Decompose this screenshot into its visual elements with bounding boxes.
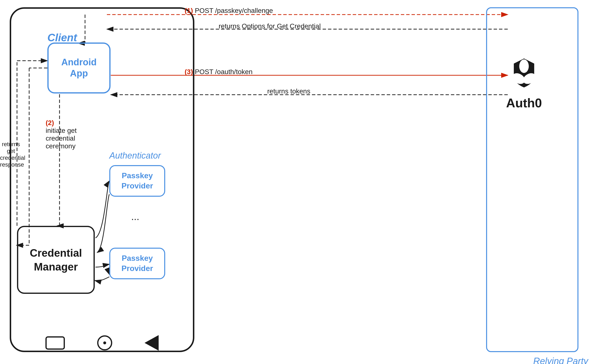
arrow-number-1: (1) — [185, 7, 193, 14]
arrow-label-returns-tokens: returns tokens — [267, 87, 310, 95]
nav-icon-dot — [103, 341, 106, 344]
passkey-provider-text-1: PasskeyProvider — [121, 171, 153, 191]
nav-icon-rectangle — [45, 336, 65, 350]
auth0-text: Auth0 — [506, 96, 542, 110]
credential-manager-text: CredentialManager — [30, 246, 82, 274]
passkey-provider-box-2: PasskeyProvider — [109, 248, 165, 279]
arrow-label-1: (1) POST /passkey/challenge — [185, 7, 273, 15]
phone-nav-bar — [10, 335, 194, 351]
nav-icon-circle — [97, 335, 112, 350]
android-app-box: AndroidApp — [47, 42, 111, 93]
arrow-label-2: (2) initiate getcredentialceremony — [46, 119, 77, 150]
ellipsis: ... — [131, 211, 139, 222]
passkey-provider-text-2: PasskeyProvider — [121, 253, 153, 273]
arrow-label-returns-options: returns Options for Get Credential — [219, 22, 321, 30]
arrow-text-3: POST /oauth/token — [195, 68, 253, 76]
diagram-container: Client AndroidApp CredentialManager Auth… — [0, 0, 593, 364]
auth0-icon-svg — [505, 57, 543, 91]
passkey-provider-box-1: PasskeyProvider — [109, 165, 165, 197]
auth0-logo: Auth0 — [500, 57, 548, 110]
nav-icon-triangle — [145, 335, 159, 351]
arrow-number-2: (2) — [46, 119, 77, 127]
relying-party-box: Auth0 — [486, 7, 578, 352]
arrow-label-3: (3) POST /oauth/token — [185, 68, 253, 76]
credential-manager-box: CredentialManager — [17, 226, 95, 294]
android-app-text: AndroidApp — [61, 57, 97, 79]
client-label: Client — [47, 32, 77, 44]
relying-party-label: Relying Party — [533, 356, 588, 364]
arrow-text-1: POST /passkey/challenge — [195, 7, 273, 14]
svg-point-17 — [519, 59, 529, 73]
arrow-text-2: initiate getcredentialceremony — [46, 127, 77, 150]
arrow-number-3: (3) — [185, 68, 193, 76]
authenticator-label: Authenticator — [109, 151, 161, 161]
arrow-label-returns-credential: returnsgetcredentialresponse — [0, 141, 22, 168]
